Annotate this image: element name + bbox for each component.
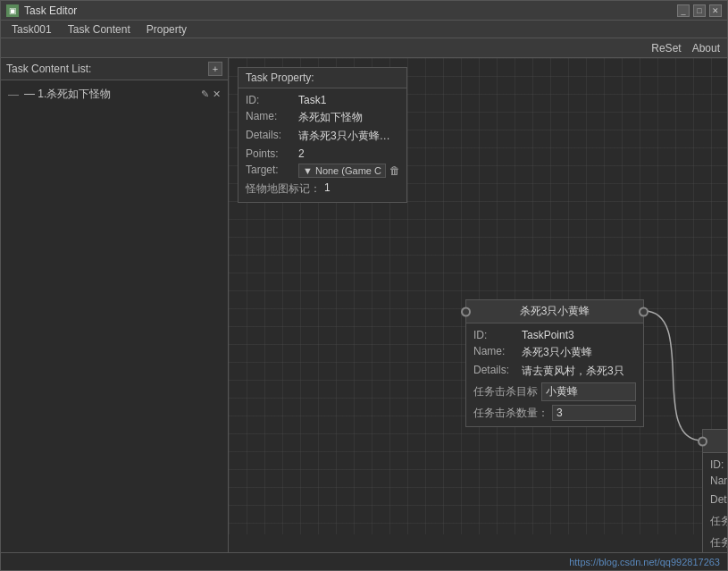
- close-button[interactable]: ✕: [709, 4, 722, 17]
- node1-value-count: 3: [552, 405, 636, 421]
- node1-label-name: Name:: [473, 345, 518, 360]
- target-dropdown[interactable]: ▼ None (Game C: [298, 164, 386, 178]
- node1-row-id: ID: TaskPoint3: [466, 327, 643, 343]
- edit-icon[interactable]: ✎: [201, 88, 209, 100]
- about-button[interactable]: About: [692, 42, 720, 55]
- node2-label-target: 任务击杀目标: [710, 514, 727, 529]
- node2-row-count: 任务击杀数量： 2: [703, 533, 727, 552]
- property-panel-header: Task Property:: [238, 68, 406, 88]
- property-value-name: 杀死如下怪物: [298, 110, 399, 125]
- node2-label-id: ID:: [710, 458, 727, 471]
- target-delete-icon[interactable]: 🗑: [389, 164, 400, 177]
- property-value-points: 2: [298, 147, 399, 160]
- left-panel-title: Task Content List:: [6, 63, 91, 75]
- property-value-id: Task1: [298, 94, 399, 106]
- add-task-button[interactable]: +: [208, 62, 222, 76]
- task-list: — — 1.杀死如下怪物 ✎ ✕: [1, 80, 228, 108]
- node1-row-details: Details: 请去黄风村，杀死3只: [466, 362, 643, 381]
- node1-label-target: 任务击杀目标: [473, 384, 538, 399]
- node2-row-name: Name: 杀死2只大黄蜂: [703, 473, 727, 491]
- list-item[interactable]: — — 1.杀死如下怪物 ✎ ✕: [1, 84, 228, 105]
- delete-icon[interactable]: ✕: [213, 88, 221, 100]
- node1-body: ID: TaskPoint3 Name: 杀死3只小黄蜂 Details: 请去…: [466, 323, 643, 426]
- maximize-button[interactable]: □: [693, 4, 706, 17]
- node1-value-id: TaskPoint3: [522, 329, 636, 341]
- property-row-map-mark: 怪物地图标记： 1: [238, 180, 406, 198]
- menu-bar: Task001 Task Content Property: [1, 21, 727, 38]
- node1-port-right[interactable]: [639, 306, 649, 316]
- node1-value-name: 杀死3只小黄蜂: [522, 345, 636, 360]
- dash-icon: —: [8, 88, 19, 101]
- property-label-name: Name:: [246, 110, 295, 122]
- app-window: ▣ Task Editor _ □ ✕ Task001 Task Content…: [0, 0, 728, 571]
- node1-value-target: 小黄蜂: [541, 382, 636, 401]
- node1-port-left[interactable]: [461, 306, 471, 316]
- node2-body: ID: TaskPoint4 Name: 杀死2只大黄蜂 Details: 请去…: [703, 453, 727, 552]
- app-icon: ▣: [6, 4, 19, 17]
- node1-label-count: 任务击杀数量：: [473, 406, 548, 421]
- task-item-icons: ✎ ✕: [201, 88, 221, 100]
- property-label-id: ID:: [246, 94, 295, 106]
- task-property-panel: Task Property: ID: Task1 Name: 杀死如下怪物 De…: [238, 67, 407, 203]
- node-card-2[interactable]: 杀死2只大黄蜂 ID: TaskPoint4 Name: 杀死2只大黄蜂 Det…: [702, 429, 727, 552]
- property-label-map-mark: 怪物地图标记：: [246, 181, 321, 197]
- menu-task001[interactable]: Task001: [4, 21, 59, 38]
- node1-row-target: 任务击杀目标 小黄蜂: [466, 381, 643, 403]
- window-controls: _ □ ✕: [677, 4, 722, 17]
- node2-row-target: 任务击杀目标 大黄蜂: [703, 510, 727, 533]
- task-item-text: — 1.杀死如下怪物: [24, 87, 196, 102]
- node2-row-id: ID: TaskPoint4: [703, 457, 727, 473]
- toolbar: ReSet About: [1, 38, 727, 58]
- property-body: ID: Task1 Name: 杀死如下怪物 Details: 请杀死3只小黄蜂…: [238, 88, 406, 202]
- node2-header: 杀死2只大黄蜂: [703, 430, 727, 453]
- title-bar: ▣ Task Editor _ □ ✕: [1, 1, 727, 21]
- menu-task-content[interactable]: Task Content: [61, 21, 138, 38]
- node1-row-count: 任务击杀数量： 3: [466, 403, 643, 423]
- property-value-map-mark: 1: [324, 181, 399, 194]
- node2-label-details: Details:: [710, 493, 727, 508]
- node1-label-id: ID:: [473, 329, 518, 341]
- node1-row-name: Name: 杀死3只小黄蜂: [466, 343, 643, 362]
- node2-label-name: Name:: [710, 474, 727, 490]
- canvas-area[interactable]: Task Property: ID: Task1 Name: 杀死如下怪物 De…: [229, 58, 727, 552]
- left-panel: Task Content List: + — — 1.杀死如下怪物 ✎ ✕: [1, 58, 229, 552]
- property-row-details: Details: 请杀死3只小黄蜂，2只大黄: [238, 127, 406, 146]
- node2-port-left[interactable]: [698, 436, 707, 446]
- target-row: ▼ None (Game C 🗑: [298, 164, 400, 178]
- property-row-name: Name: 杀死如下怪物: [238, 108, 406, 127]
- node-card-1[interactable]: 杀死3只小黄蜂 ID: TaskPoint3 Name: 杀死3只小黄蜂 Det…: [465, 299, 644, 427]
- node1-value-details: 请去黄风村，杀死3只: [522, 364, 636, 379]
- main-area: Task Content List: + — — 1.杀死如下怪物 ✎ ✕: [1, 58, 727, 552]
- property-row-id: ID: Task1: [238, 92, 406, 108]
- property-label-details: Details:: [246, 129, 295, 141]
- property-value-details: 请杀死3只小黄蜂，2只大黄: [298, 129, 397, 144]
- node1-label-details: Details:: [473, 364, 518, 379]
- node1-title: 杀死3只小黄蜂: [520, 304, 590, 319]
- window-title: Task Editor: [24, 4, 677, 17]
- reset-button[interactable]: ReSet: [651, 42, 681, 55]
- menu-property[interactable]: Property: [139, 21, 194, 38]
- property-row-points: Points: 2: [238, 146, 406, 162]
- node1-header: 杀死3只小黄蜂: [466, 300, 643, 323]
- status-url: https://blog.csdn.net/qq992817263: [569, 557, 720, 567]
- node2-label-count: 任务击杀数量：: [710, 535, 727, 550]
- minimize-button[interactable]: _: [677, 4, 690, 17]
- left-panel-header: Task Content List: +: [1, 58, 228, 80]
- property-label-target: Target:: [246, 164, 295, 176]
- property-label-points: Points:: [246, 147, 295, 160]
- node2-row-details: Details: 请去黄风镇，杀死2只: [703, 491, 727, 510]
- status-bar: https://blog.csdn.net/qq992817263: [1, 552, 727, 570]
- property-row-target: Target: ▼ None (Game C 🗑: [238, 162, 406, 180]
